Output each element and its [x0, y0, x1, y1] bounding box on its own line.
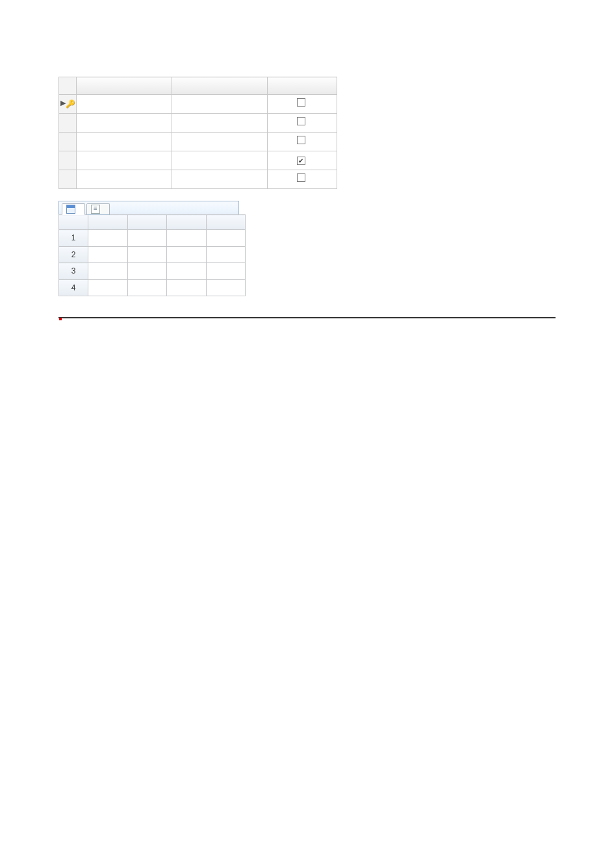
checkbox-icon[interactable]	[297, 117, 305, 125]
schema-colname-cell[interactable]	[77, 151, 172, 170]
results-cell[interactable]	[127, 263, 167, 279]
checkbox-icon[interactable]: ✔	[297, 157, 305, 165]
document-page: ▶🔑 ✔	[0, 0, 614, 368]
results-cell[interactable]	[88, 263, 128, 279]
results-cell[interactable]	[206, 246, 246, 262]
schema-colname-cell[interactable]	[77, 170, 172, 189]
schema-datatype-cell[interactable]	[172, 133, 268, 151]
schema-row[interactable]: ▶🔑	[59, 95, 337, 114]
primary-key-icon: 🔑	[66, 97, 75, 110]
results-col-header[interactable]	[167, 215, 207, 230]
row-indicator-icon: ▶	[60, 97, 66, 109]
schema-header-colname	[77, 77, 172, 95]
sql-schema-table: ▶🔑 ✔	[58, 77, 337, 189]
schema-header-row	[59, 77, 337, 95]
results-cell[interactable]	[206, 230, 246, 246]
code-highlight-box	[59, 318, 62, 320]
results-row[interactable]: 4	[59, 279, 246, 296]
results-row[interactable]: 3	[59, 263, 246, 279]
tab-results[interactable]	[62, 203, 85, 215]
schema-row[interactable]	[59, 170, 337, 189]
schema-datatype-cell[interactable]	[172, 170, 268, 189]
results-tabs	[58, 201, 239, 214]
results-cell[interactable]	[167, 279, 207, 296]
results-cell[interactable]	[167, 246, 207, 262]
checkbox-icon[interactable]	[297, 136, 305, 144]
schema-datatype-cell[interactable]	[172, 151, 268, 170]
results-cell[interactable]	[127, 230, 167, 246]
results-row[interactable]: 1	[59, 230, 246, 246]
results-cell[interactable]	[127, 246, 167, 262]
results-cell[interactable]	[88, 279, 128, 296]
schema-row[interactable]	[59, 133, 337, 151]
results-cell[interactable]	[88, 230, 128, 246]
results-cell[interactable]	[206, 263, 246, 279]
schema-null-cell[interactable]	[268, 133, 337, 151]
schema-row[interactable]: ✔	[59, 151, 337, 170]
schema-datatype-cell[interactable]	[172, 95, 268, 114]
results-cell[interactable]	[167, 263, 207, 279]
grid-icon	[66, 205, 75, 214]
schema-null-cell[interactable]	[268, 114, 337, 133]
results-row[interactable]: 2	[59, 246, 246, 262]
results-grid: 1 2 3 4	[58, 214, 246, 296]
message-icon	[91, 205, 100, 214]
schema-colname-cell[interactable]	[77, 133, 172, 151]
results-cell[interactable]	[127, 279, 167, 296]
schema-null-cell[interactable]	[268, 170, 337, 189]
results-cell[interactable]	[88, 246, 128, 262]
sql-results-panel: 1 2 3 4	[58, 201, 556, 296]
checkbox-icon[interactable]	[297, 98, 305, 107]
checkbox-icon[interactable]	[297, 173, 305, 182]
results-col-header[interactable]	[88, 215, 128, 230]
tab-messages[interactable]	[86, 203, 110, 215]
schema-header-datatype	[172, 77, 268, 95]
schema-colname-cell[interactable]	[77, 95, 172, 114]
results-cell[interactable]	[167, 230, 207, 246]
results-col-header[interactable]	[206, 215, 246, 230]
results-col-header[interactable]	[127, 215, 167, 230]
results-cell[interactable]	[206, 279, 246, 296]
schema-row[interactable]	[59, 114, 337, 133]
schema-colname-cell[interactable]	[77, 114, 172, 133]
schema-header-allownull	[268, 77, 337, 95]
code-editor[interactable]	[58, 317, 556, 318]
schema-null-cell[interactable]	[268, 95, 337, 114]
schema-null-cell[interactable]: ✔	[268, 151, 337, 170]
schema-datatype-cell[interactable]	[172, 114, 268, 133]
